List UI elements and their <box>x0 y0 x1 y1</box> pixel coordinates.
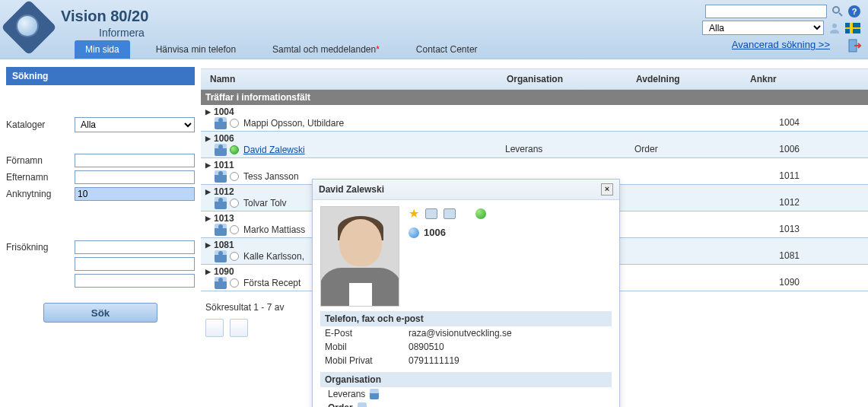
contact-section-header: Telefon, fax och e-post <box>320 311 612 326</box>
row-name: Marko Mattiass <box>243 224 305 235</box>
row-number: 1012 <box>214 186 234 197</box>
search-sidebar: Sökning Kataloger Alla Förnamn Efternamn… <box>0 59 201 337</box>
view-thumb-2[interactable] <box>230 319 248 337</box>
popup-title: David Zalewski <box>319 184 384 195</box>
presence-icon <box>230 225 239 234</box>
tab-hanvisa[interactable]: Hänvisa min telefon <box>145 40 246 59</box>
row-org: Leverans <box>505 144 542 154</box>
brand-subtitle: Informera <box>99 27 148 39</box>
expand-icon[interactable]: ▶ <box>205 188 211 196</box>
svg-point-2 <box>832 24 837 28</box>
org-row[interactable]: Order <box>320 401 612 407</box>
contact-popup: David Zalewski × ★ 1006 <box>312 179 620 407</box>
col-anknr[interactable]: Anknr <box>750 74 859 84</box>
org-person-icon <box>358 402 367 407</box>
kataloger-select[interactable]: Alla <box>75 117 195 132</box>
efternamn-input[interactable] <box>75 170 195 184</box>
fornamn-input[interactable] <box>75 154 195 167</box>
frisokning-input-3[interactable] <box>75 274 195 288</box>
avatar-icon <box>215 144 227 156</box>
svg-line-1 <box>839 13 842 16</box>
col-namn[interactable]: Namn <box>210 74 507 84</box>
row-number: 1013 <box>214 213 234 224</box>
header-search-input[interactable] <box>705 5 827 18</box>
presence-green-icon <box>475 208 486 219</box>
avatar-icon <box>215 170 227 183</box>
row-name[interactable]: David Zalewski <box>243 145 305 155</box>
contact-photo <box>320 206 399 307</box>
row-anknr: 1013 <box>779 224 800 234</box>
swedish-flag-icon[interactable] <box>845 23 860 33</box>
header-scope-select[interactable]: Alla <box>702 21 824 35</box>
epost-label: E-Post <box>325 328 409 339</box>
org-person-icon <box>370 389 379 399</box>
sidebar-title: Sökning <box>6 67 195 85</box>
col-org[interactable]: Organisation <box>507 74 636 84</box>
org-label: Order <box>328 402 353 407</box>
row-avd: Order <box>634 144 658 154</box>
expand-icon[interactable]: ▶ <box>205 268 211 275</box>
expand-icon[interactable]: ▶ <box>205 108 211 116</box>
logout-icon[interactable] <box>847 38 862 53</box>
user-icon[interactable] <box>828 22 841 34</box>
expand-icon[interactable]: ▶ <box>205 215 211 222</box>
row-anknr: 1090 <box>779 277 800 288</box>
section-label: Träffar i informationsfält <box>201 90 868 105</box>
kataloger-label: Kataloger <box>6 119 75 130</box>
row-anknr: 1006 <box>779 144 800 154</box>
search-button[interactable]: Sök <box>43 303 157 323</box>
presence-icon <box>230 252 239 261</box>
row-number: 1011 <box>214 160 234 170</box>
expand-icon[interactable]: ▶ <box>205 241 211 249</box>
expand-icon[interactable]: ▶ <box>205 161 211 169</box>
avatar-icon <box>215 224 227 236</box>
frisokning-input-1[interactable] <box>75 240 195 254</box>
efternamn-label: Efternamn <box>6 172 75 183</box>
tab-min-sida[interactable]: Min sida <box>75 40 130 59</box>
fornamn-label: Förnamn <box>6 155 75 166</box>
phone-bubble-icon[interactable] <box>409 227 419 238</box>
avatar-icon <box>215 277 227 289</box>
view-thumb-1[interactable] <box>205 319 224 337</box>
org-row[interactable]: Leverans <box>320 387 612 401</box>
anknytning-input[interactable] <box>75 187 195 201</box>
row-anknr: 1081 <box>779 250 800 261</box>
row-number: 1081 <box>214 240 234 250</box>
org-label: Leverans <box>328 389 365 399</box>
row-name: Tess Jansson <box>243 171 299 182</box>
frisokning-label: Frisökning <box>6 242 75 253</box>
row-number: 1090 <box>214 266 234 277</box>
epost-value: raza@visionutveckling.se <box>409 328 512 339</box>
results-header: Namn Organisation Avdelning Anknr <box>201 68 868 90</box>
row-name: Tolvar Tolv <box>243 198 286 208</box>
vcard-icon[interactable] <box>444 208 456 219</box>
advanced-search-link[interactable]: Avancerad sökning >> <box>732 39 830 50</box>
row-anknr: 1012 <box>779 197 800 208</box>
tab-contact-center[interactable]: Contact Center <box>405 40 488 59</box>
brand-title: Vision 80/20 <box>61 8 148 25</box>
tab-samtal[interactable]: Samtal och meddelanden* <box>262 40 390 59</box>
frisokning-input-2[interactable] <box>75 257 195 271</box>
mobil-label: Mobil <box>325 342 409 352</box>
expand-icon[interactable]: ▶ <box>205 135 211 142</box>
app-logo <box>9 8 49 47</box>
avatar-icon <box>215 117 227 129</box>
table-row[interactable]: ▶1004 Mappi Opsson, Utbildare 1004 <box>201 105 868 132</box>
help-icon[interactable]: ? <box>848 5 860 17</box>
row-name: Kalle Karlsson, <box>243 251 304 262</box>
mobil-privat-label: Mobil Privat <box>325 355 409 366</box>
mobil-value: 0890510 <box>409 342 444 352</box>
app-header: Vision 80/20 Informera Min sida Hänvisa … <box>0 0 868 59</box>
popup-close-button[interactable]: × <box>601 183 613 196</box>
presence-icon <box>230 199 239 208</box>
favorite-star-icon[interactable]: ★ <box>409 206 419 221</box>
popup-extension: 1006 <box>424 227 446 238</box>
person-card-icon[interactable] <box>425 208 437 219</box>
row-number: 1006 <box>214 133 234 144</box>
table-row[interactable]: ▶1006 David Zalewski Leverans Order 1006 <box>201 132 868 158</box>
presence-icon <box>230 278 239 288</box>
col-avd[interactable]: Avdelning <box>636 74 750 84</box>
search-icon[interactable] <box>831 5 844 17</box>
row-anknr: 1004 <box>779 117 800 128</box>
presence-icon <box>230 119 239 128</box>
